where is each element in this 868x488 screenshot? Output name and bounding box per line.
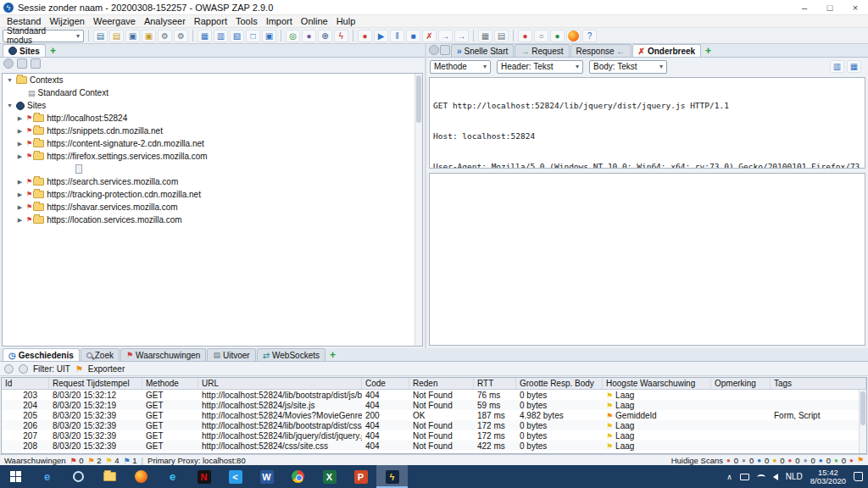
pause-icon[interactable]: ‖ <box>390 30 404 42</box>
show-tab-names-icon[interactable]: □ <box>246 30 260 42</box>
menu-item-analyseer[interactable]: Analyseer <box>140 16 190 26</box>
history-options-button[interactable] <box>4 364 14 374</box>
tree-item-contexts[interactable]: ▼ Contexts <box>3 74 422 86</box>
expand-closed-icon[interactable]: ▶ <box>16 141 24 147</box>
tree-item-site[interactable]: ▶ ⚑ https://shavar.services.mozilla.com <box>3 201 422 214</box>
snapshot-session-icon[interactable]: ▣ <box>142 30 156 42</box>
tab-websockets[interactable]: ⇄ WebSockets <box>257 348 326 361</box>
record-new-icon[interactable]: ● <box>518 30 532 42</box>
column-header-note[interactable]: Opmerking <box>711 378 771 389</box>
panel-position-button[interactable] <box>440 45 450 55</box>
minimize-button[interactable]: – <box>792 0 817 14</box>
layout-split-icon[interactable]: ▧ <box>230 30 244 42</box>
taskbar-netflix-icon[interactable]: N <box>188 465 220 488</box>
passive-scan-icon[interactable]: ● <box>757 457 761 464</box>
expand-closed-icon[interactable]: ▶ <box>16 179 24 186</box>
forced-browse-scan-icon[interactable]: ● <box>804 457 808 464</box>
tree-item-site[interactable]: ▶ ⚑ https://firefox.settings.services.mo… <box>3 150 422 163</box>
request-editor[interactable]: GET http://localhost:52824/lib/jquery/di… <box>429 77 865 169</box>
panel-options-button[interactable] <box>429 45 439 55</box>
expand-closed-icon[interactable]: ▶ <box>16 191 24 198</box>
taskbar-zap-icon[interactable]: ϟ <box>376 465 408 488</box>
client-scan-icon[interactable]: ● <box>834 457 838 464</box>
expand-closed-icon[interactable]: ▶ <box>16 153 24 160</box>
taskbar-excel-icon[interactable]: X <box>314 465 345 488</box>
continue-icon[interactable]: → <box>454 30 469 42</box>
tree-scrollbar[interactable] <box>415 74 422 346</box>
expand-open-icon[interactable]: ▼ <box>6 103 14 108</box>
launch-browser-icon[interactable] <box>566 30 581 42</box>
stop-icon[interactable]: ■ <box>406 30 420 42</box>
tab-break[interactable]: ✗ Onderbreek <box>632 44 702 57</box>
menu-item-bestand[interactable]: Bestand <box>3 16 45 26</box>
expand-closed-icon[interactable]: ▶ <box>16 115 24 122</box>
open-session-icon[interactable]: ▤ <box>109 30 124 42</box>
layout-maximized-icon[interactable]: ▦ <box>198 30 212 42</box>
column-header-id[interactable]: Id <box>2 378 49 389</box>
expand-closed-icon[interactable]: ▶ <box>16 128 24 135</box>
column-header-alert[interactable]: Hoogste Waarschuwing <box>603 378 711 389</box>
persist-session-icon[interactable]: ▣ <box>125 30 140 42</box>
column-header-tags[interactable]: Tags <box>771 378 866 389</box>
record-on-icon[interactable]: ● <box>550 30 565 42</box>
tree-item-site[interactable]: ▶ ⚑ https://location.services.mozilla.co… <box>3 214 422 226</box>
request-editor-icon[interactable]: ▦ <box>478 30 492 42</box>
tray-monitor-icon[interactable] <box>740 474 749 480</box>
options-gear-icon[interactable]: ⚙ <box>174 30 188 42</box>
body-format-select[interactable]: Body: Tekst ▾ <box>589 60 667 74</box>
break-icon[interactable]: ✗ <box>422 30 437 42</box>
panel-position-button[interactable] <box>31 58 41 69</box>
play-icon[interactable]: ▶ <box>374 30 388 42</box>
close-button[interactable]: × <box>843 0 868 14</box>
access-control-scan-icon[interactable]: ● <box>819 457 823 464</box>
method-select[interactable]: Methode ▾ <box>430 60 491 74</box>
add-left-tab-button[interactable]: + <box>47 44 59 57</box>
export-button[interactable]: Exporteer <box>88 364 125 374</box>
menu-item-import[interactable]: Import <box>262 16 297 26</box>
notification-center-icon[interactable] <box>854 472 863 481</box>
tree-item-standard-context[interactable]: ▤ Standaard Context <box>3 86 422 99</box>
panel-options-button[interactable] <box>3 58 14 69</box>
column-header-size[interactable]: Grootte Resp. Body <box>516 378 603 389</box>
tray-chevron-icon[interactable]: ∧ <box>726 473 732 481</box>
alert-status-flag-icon[interactable]: ⚑ <box>857 456 864 464</box>
tree-item-site[interactable]: ▶ ⚑ https://snippets.cdn.mozilla.net <box>3 125 422 137</box>
column-header-method[interactable]: Methode <box>142 378 198 389</box>
taskbar-firefox-icon[interactable] <box>125 465 157 488</box>
tray-clock[interactable]: 15:42 8/03/2020 <box>810 469 846 485</box>
taskbar-file-explorer-icon[interactable] <box>94 465 125 488</box>
column-header-url[interactable]: URL <box>198 378 362 389</box>
mode-select[interactable]: Standaard modus ▾ <box>3 30 84 42</box>
history-row[interactable]: 203 8/03/20 15:32:12 GET http://localhos… <box>2 390 866 400</box>
record-off-icon[interactable]: ○ <box>534 30 548 42</box>
fuzzer-scan-icon[interactable]: ● <box>788 457 793 464</box>
ajax-spider-scan-icon[interactable]: ● <box>742 457 746 464</box>
tree-item-site[interactable]: ▶ ⚑ http://localhost:52824 <box>3 112 422 125</box>
tree-item-site[interactable]: ▶ ⚑ https://tracking-protection.cdn.mozi… <box>3 188 422 201</box>
tab-response[interactable]: Response ← <box>570 44 632 57</box>
tree-item-sites-root[interactable]: ▼ Sites <box>3 99 422 112</box>
help-icon[interactable]: ? <box>582 30 597 42</box>
menu-item-hulp[interactable]: Hulp <box>332 16 360 26</box>
scope-filter-button[interactable] <box>17 58 27 69</box>
expand-closed-icon[interactable]: ▶ <box>16 217 24 224</box>
column-header-reason[interactable]: Reden <box>409 378 474 389</box>
maximize-button[interactable]: □ <box>817 0 843 14</box>
alerts-count-label[interactable]: Waarschuwingen <box>4 456 66 465</box>
history-refresh-button[interactable] <box>19 364 28 374</box>
pin-tabs-icon[interactable]: ▣ <box>262 30 276 42</box>
table-scrollbar[interactable] <box>859 390 866 453</box>
history-row[interactable]: 204 8/03/20 15:32:19 GET http://localhos… <box>2 400 866 410</box>
history-row[interactable]: 207 8/03/20 15:32:39 GET http://localhos… <box>2 430 866 441</box>
tab-request[interactable]: → Request <box>515 44 569 57</box>
taskbar-word-icon[interactable]: W <box>251 465 282 488</box>
session-properties-icon[interactable]: ⚙ <box>158 30 172 42</box>
tab-sites[interactable]: Sites <box>3 44 46 57</box>
expand-open-icon[interactable]: ▼ <box>6 77 14 83</box>
tree-item-site[interactable]: ▶ ⚑ https://content-signature-2.cdn.mozi… <box>3 137 422 150</box>
new-session-icon[interactable]: ▤ <box>93 30 108 42</box>
contexts-icon[interactable]: ◎ <box>286 30 300 42</box>
tree-item-site[interactable]: ▶ ⚑ https://search.services.mozilla.com <box>3 175 422 188</box>
tray-volume-icon[interactable] <box>773 474 778 480</box>
tab-search[interactable]: Zoek <box>81 348 120 361</box>
